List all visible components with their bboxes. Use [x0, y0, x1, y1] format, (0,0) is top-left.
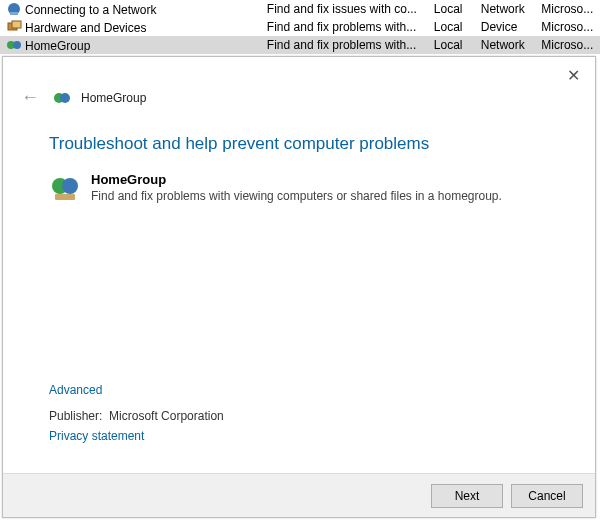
close-icon: ✕ — [567, 66, 580, 85]
table-row[interactable]: Connecting to a Network Find and fix iss… — [0, 0, 600, 18]
row-cat: Network — [475, 36, 536, 54]
row-cat: Network — [475, 0, 536, 18]
svg-rect-3 — [12, 21, 21, 28]
troubleshooter-list: Connecting to a Network Find and fix iss… — [0, 0, 600, 54]
page-title: Troubleshoot and help prevent computer p… — [49, 134, 549, 154]
troubleshooter-wizard: ✕ ← HomeGroup Troubleshoot and help prev… — [2, 56, 596, 518]
cancel-button[interactable]: Cancel — [511, 484, 583, 508]
homegroup-large-icon — [49, 172, 81, 204]
next-button[interactable]: Next — [431, 484, 503, 508]
back-button[interactable]: ← — [21, 87, 43, 108]
homegroup-icon — [53, 89, 71, 107]
homegroup-icon — [6, 37, 22, 53]
row-pub: Microso... — [535, 36, 600, 54]
publisher-value: Microsoft Corporation — [109, 409, 224, 423]
row-desc: Find and fix issues with co... — [261, 0, 428, 18]
table-row[interactable]: Hardware and Devices Find and fix proble… — [0, 18, 600, 36]
svg-rect-10 — [55, 194, 75, 200]
advanced-link[interactable]: Advanced — [49, 383, 102, 397]
item-title: HomeGroup — [91, 172, 502, 187]
publisher-label: Publisher: — [49, 409, 102, 423]
svg-point-5 — [13, 41, 21, 49]
row-cat: Device — [475, 18, 536, 36]
table-row[interactable]: HomeGroup Find and fix problems with... … — [0, 36, 600, 54]
row-name: Hardware and Devices — [25, 21, 146, 35]
row-pub: Microso... — [535, 0, 600, 18]
row-loc: Local — [428, 0, 475, 18]
item-description: Find and fix problems with viewing compu… — [91, 189, 502, 203]
row-desc: Find and fix problems with... — [261, 36, 428, 54]
row-name: Connecting to a Network — [25, 3, 156, 17]
svg-point-9 — [62, 178, 78, 194]
troubleshooter-item: HomeGroup Find and fix problems with vie… — [49, 172, 549, 204]
button-bar: Next Cancel — [3, 473, 595, 517]
row-pub: Microso... — [535, 18, 600, 36]
privacy-link[interactable]: Privacy statement — [49, 429, 144, 443]
wizard-header: ← HomeGroup — [3, 57, 595, 120]
row-loc: Local — [428, 18, 475, 36]
arrow-left-icon: ← — [21, 87, 39, 107]
svg-rect-1 — [10, 12, 18, 15]
breadcrumb: HomeGroup — [81, 91, 146, 105]
row-loc: Local — [428, 36, 475, 54]
svg-point-7 — [60, 93, 70, 103]
network-icon — [6, 1, 22, 17]
row-desc: Find and fix problems with... — [261, 18, 428, 36]
row-name: HomeGroup — [25, 39, 90, 53]
close-button[interactable]: ✕ — [561, 63, 585, 87]
devices-icon — [6, 19, 22, 35]
publisher-line: Publisher: Microsoft Corporation — [49, 409, 224, 423]
